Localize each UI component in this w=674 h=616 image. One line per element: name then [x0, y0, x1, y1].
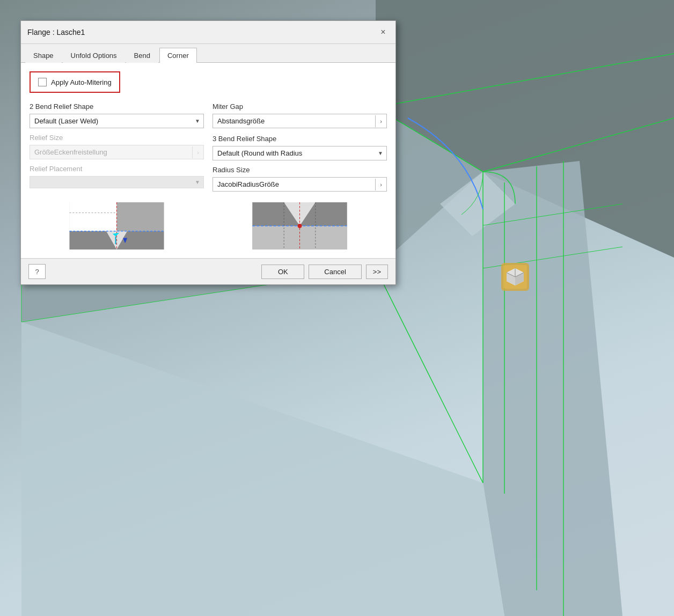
bend3-relief-label: 3 Bend Relief Shape: [213, 135, 387, 143]
preview-3bend: [213, 202, 387, 250]
relief-size-row: GrößeEckenfreistellung ›: [30, 145, 204, 159]
svg-marker-2: [483, 161, 622, 616]
bend3-relief-value: Default (Round with Radius: [213, 146, 375, 160]
relief-size-value: GrößeEckenfreistellung: [30, 145, 192, 159]
relief-size-arrow: ›: [192, 146, 203, 158]
relief-placement-arrow: ▼: [192, 177, 203, 188]
tab-shape[interactable]: Shape: [25, 48, 62, 63]
svg-rect-42: [253, 202, 284, 226]
svg-rect-43: [316, 202, 347, 226]
title-bar: Flange : Lasche1 ×: [21, 21, 395, 44]
dialog-content: Apply Auto-Mitering 2 Bend Relief Shape …: [21, 63, 395, 258]
miter-gap-dropdown[interactable]: Abstandsgröße ›: [213, 114, 387, 128]
auto-miter-section: Apply Auto-Mitering: [30, 71, 120, 93]
help-button[interactable]: ?: [28, 264, 46, 279]
relief-size-label: Relief Size: [30, 134, 204, 142]
relief-placement-label: Relief Placement: [30, 165, 204, 173]
bend2-relief-label: 2 Bend Relief Shape: [30, 102, 204, 111]
left-column: 2 Bend Relief Shape Default (Laser Weld)…: [30, 102, 204, 198]
miter-gap-value: Abstandsgröße: [213, 114, 375, 128]
relief-placement-value: [30, 180, 192, 185]
bend2-relief-arrow[interactable]: ▼: [192, 115, 203, 127]
radius-size-value: JacobiRadiusGröße: [213, 178, 375, 191]
tabs-bar: Shape Unfold Options Bend Corner: [21, 44, 395, 63]
button-bar: ? OK Cancel >>: [21, 258, 395, 284]
svg-rect-33: [117, 202, 164, 231]
close-button[interactable]: ×: [377, 26, 389, 38]
radius-size-dropdown[interactable]: JacobiRadiusGröße ›: [213, 177, 387, 192]
radius-size-label: Radius Size: [213, 166, 387, 174]
tab-bend[interactable]: Bend: [126, 48, 158, 63]
two-column-layout: 2 Bend Relief Shape Default (Laser Weld)…: [30, 102, 387, 198]
cube-icon: [501, 263, 529, 291]
tab-unfold-options[interactable]: Unfold Options: [63, 48, 125, 63]
relief-placement-row: ▼: [30, 176, 204, 188]
miter-gap-label: Miter Gap: [213, 102, 387, 111]
preview-2bend: [30, 202, 204, 250]
svg-marker-3: [21, 322, 504, 616]
radius-size-arrow[interactable]: ›: [375, 179, 386, 190]
right-column: Miter Gap Abstandsgröße › 3 Bend Relief …: [213, 102, 387, 198]
tab-corner[interactable]: Corner: [159, 48, 197, 63]
svg-point-49: [298, 224, 302, 228]
preview-container: [30, 202, 387, 250]
auto-miter-label: Apply Auto-Mitering: [51, 78, 112, 86]
miter-gap-arrow[interactable]: ›: [375, 115, 386, 127]
svg-rect-30: [70, 202, 117, 231]
dialog-title: Flange : Lasche1: [27, 28, 85, 36]
svg-line-9: [376, 268, 483, 483]
bend2-relief-value: Default (Laser Weld): [30, 114, 192, 128]
bend3-relief-arrow[interactable]: ▼: [375, 148, 386, 159]
flange-dialog: Flange : Lasche1 × Shape Unfold Options …: [20, 20, 396, 285]
bend2-relief-dropdown[interactable]: Default (Laser Weld) ▼: [30, 114, 204, 128]
bend3-relief-dropdown[interactable]: Default (Round with Radius ▼: [213, 146, 387, 160]
more-button[interactable]: >>: [366, 265, 388, 279]
auto-miter-checkbox[interactable]: [38, 78, 47, 86]
cancel-button[interactable]: Cancel: [309, 265, 361, 279]
ok-button[interactable]: OK: [261, 265, 304, 279]
